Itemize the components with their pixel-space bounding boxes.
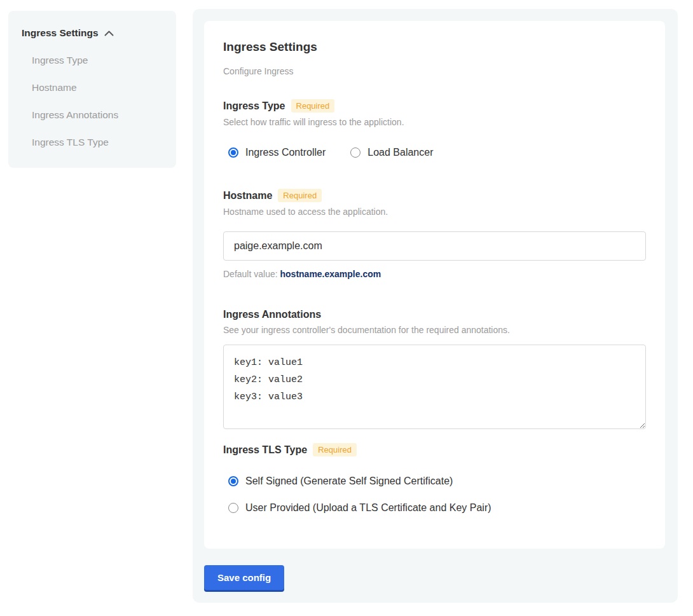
radio-label: User Provided (Upload a TLS Certificate … <box>245 502 491 514</box>
section-hostname: Hostname Required Hostname used to acces… <box>223 189 646 279</box>
ingress-annotations-label: Ingress Annotations <box>223 309 646 320</box>
section-ingress-type: Ingress Type Required Select how traffic… <box>223 99 646 158</box>
required-badge: Required <box>291 99 335 113</box>
ingress-type-help: Select how traffic will ingress to the a… <box>223 117 646 127</box>
sidebar-item-hostname[interactable]: Hostname <box>32 82 163 93</box>
ingress-tls-options: Self Signed (Generate Self Signed Certif… <box>223 476 646 514</box>
radio-label: Load Balancer <box>367 147 433 158</box>
radio-load-balancer[interactable] <box>350 147 360 158</box>
ingress-tls-type-label-text: Ingress TLS Type <box>223 444 307 456</box>
radio-option-self-signed[interactable]: Self Signed (Generate Self Signed Certif… <box>228 476 646 487</box>
required-badge: Required <box>278 189 322 202</box>
sidebar-items: Ingress Type Hostname Ingress Annotation… <box>22 55 163 148</box>
radio-ingress-controller[interactable] <box>228 147 238 158</box>
hostname-label: Hostname Required <box>223 189 646 202</box>
radio-option-ingress-controller[interactable]: Ingress Controller <box>228 147 326 158</box>
sidebar-item-ingress-tls-type[interactable]: Ingress TLS Type <box>32 137 163 148</box>
config-main-panel: Ingress Settings Configure Ingress Ingre… <box>193 9 678 603</box>
save-config-button[interactable]: Save config <box>204 565 284 590</box>
ingress-type-label-text: Ingress Type <box>223 100 285 112</box>
ingress-tls-type-label: Ingress TLS Type Required <box>223 443 646 456</box>
radio-self-signed[interactable] <box>228 476 238 486</box>
hostname-label-text: Hostname <box>223 190 272 202</box>
default-value-text: hostname.example.com <box>280 269 381 279</box>
config-card: Ingress Settings Configure Ingress Ingre… <box>204 21 665 549</box>
default-value-label: Default value: <box>223 269 280 279</box>
ingress-annotations-label-text: Ingress Annotations <box>223 309 321 320</box>
ingress-type-options: Ingress Controller Load Balancer <box>223 147 646 158</box>
radio-user-provided[interactable] <box>228 503 238 513</box>
radio-option-load-balancer[interactable]: Load Balancer <box>350 147 433 158</box>
page-title: Ingress Settings <box>223 40 646 54</box>
radio-label: Self Signed (Generate Self Signed Certif… <box>245 476 453 487</box>
ingress-annotations-help: See your ingress controller's documentat… <box>223 325 646 335</box>
required-badge: Required <box>313 443 357 456</box>
chevron-up-icon <box>104 27 114 39</box>
ingress-annotations-textarea[interactable]: key1: value1 key2: value2 key3: value3 <box>223 345 646 429</box>
config-nav-sidebar: Ingress Settings Ingress Type Hostname I… <box>8 11 176 168</box>
sidebar-group-label: Ingress Settings <box>22 27 99 39</box>
radio-label: Ingress Controller <box>245 147 326 158</box>
sidebar-item-ingress-type[interactable]: Ingress Type <box>32 55 163 66</box>
section-ingress-tls-type: Ingress TLS Type Required Self Signed (G… <box>223 443 646 514</box>
page-subtitle: Configure Ingress <box>223 66 646 76</box>
hostname-default-line: Default value: hostname.example.com <box>223 269 646 279</box>
hostname-input[interactable] <box>223 231 646 261</box>
ingress-type-label: Ingress Type Required <box>223 99 646 113</box>
radio-option-user-provided[interactable]: User Provided (Upload a TLS Certificate … <box>228 502 646 514</box>
hostname-help: Hostname used to access the application. <box>223 207 646 217</box>
section-ingress-annotations: Ingress Annotations See your ingress con… <box>223 309 646 429</box>
sidebar-item-ingress-annotations[interactable]: Ingress Annotations <box>32 109 163 121</box>
sidebar-group-ingress-settings[interactable]: Ingress Settings <box>22 27 163 39</box>
